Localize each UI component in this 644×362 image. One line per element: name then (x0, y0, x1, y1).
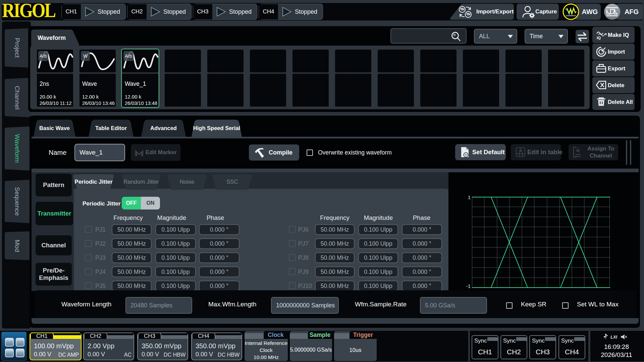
svg-text:LXI: LXI (610, 335, 618, 340)
svg-text:IQ: IQ (597, 36, 601, 40)
